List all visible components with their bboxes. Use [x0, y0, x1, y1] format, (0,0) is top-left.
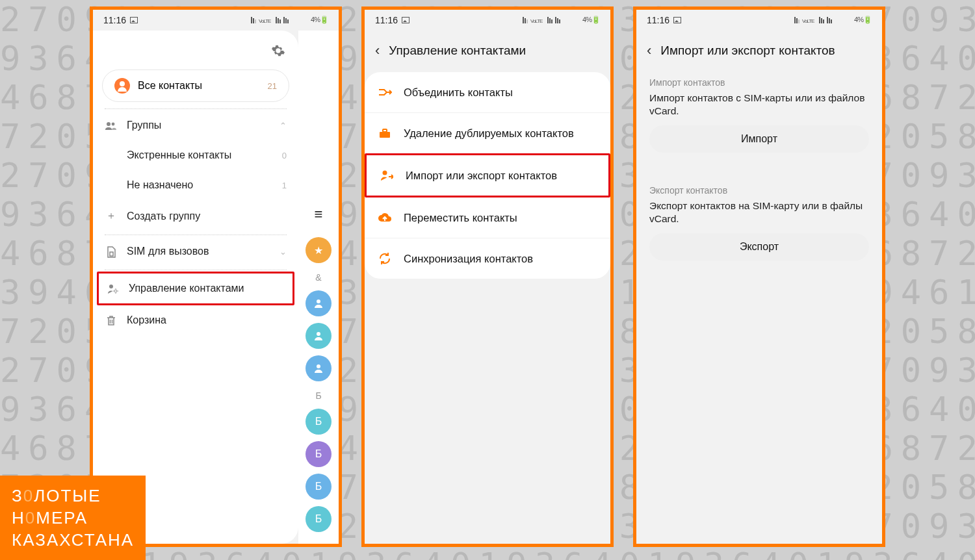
create-group-row[interactable]: ＋ Создать группу — [93, 200, 298, 232]
svg-rect-35 — [819, 17, 820, 23]
status-time: 11:16 — [647, 15, 670, 25]
sync-contacts-row[interactable]: Синхронизация контактов — [365, 238, 610, 279]
status-icons-right: VoLTE 4%🔋 — [523, 16, 600, 25]
watermark-logo: З0ЛОТЫЕ Н0МЕРА КАЗАХСТАНА — [0, 476, 146, 560]
screenshot-icon — [402, 17, 410, 23]
cloud-up-icon — [378, 210, 392, 225]
emergency-contacts-row[interactable]: Экстренные контакты 0 — [93, 140, 298, 170]
manage-contacts-label: Управление контактами — [129, 283, 244, 294]
svg-rect-28 — [380, 132, 390, 138]
all-contacts-label: Все контакты — [138, 80, 202, 92]
sim-label: SIM для вызовов — [127, 246, 209, 257]
svg-rect-37 — [823, 19, 824, 23]
export-button[interactable]: Экспорт — [649, 233, 869, 261]
person-gear-icon — [107, 283, 120, 294]
export-section: Экспорт контактов Экспорт контактов на S… — [636, 180, 882, 276]
status-icons-right: VoLTE 4%🔋 — [251, 16, 328, 25]
svg-point-11 — [317, 332, 320, 336]
all-contacts-chip[interactable]: Все контакты 21 — [102, 70, 289, 102]
person-arrow-icon — [380, 168, 394, 183]
chevron-down-icon: ⌄ — [280, 247, 287, 257]
unassigned-row[interactable]: Не назначено 1 — [93, 170, 298, 200]
status-bar: 11:16 VoLTE 4%🔋 — [636, 10, 882, 31]
back-icon[interactable]: ‹ — [647, 42, 651, 59]
svg-rect-15 — [110, 252, 113, 256]
svg-rect-7 — [283, 17, 285, 23]
export-section-desc: Экспорт контактов на SIM-карту или в фай… — [649, 199, 869, 225]
page-header: ‹ Управление контактами — [365, 31, 610, 72]
phones-row: 11:16 VoLTE 4%🔋 ≡ ★ & Б Б Б Б Б — [0, 0, 975, 547]
groups-row[interactable]: Группы ⌃ — [93, 110, 298, 140]
svg-point-17 — [114, 290, 117, 292]
hamburger-icon[interactable]: ≡ — [315, 206, 323, 223]
contact-avatar[interactable]: Б — [306, 474, 332, 500]
svg-rect-32 — [796, 18, 798, 23]
svg-rect-18 — [523, 17, 524, 23]
import-section-title: Импорт контактов — [649, 77, 869, 88]
manage-contacts-row[interactable]: Управление контактами — [99, 274, 292, 303]
import-export-row[interactable]: Импорт или экспорт контактов — [367, 155, 608, 196]
contact-avatar[interactable]: Б — [306, 506, 332, 532]
gear-icon[interactable] — [271, 44, 285, 58]
status-bar: 11:16 VoLTE 4%🔋 — [365, 10, 610, 31]
import-button[interactable]: Импорт — [649, 125, 869, 153]
chevron-up-icon: ⌃ — [280, 121, 287, 131]
svg-rect-4 — [276, 17, 277, 23]
merge-contacts-row[interactable]: Объединить контакты — [365, 72, 610, 112]
svg-rect-24 — [551, 19, 552, 23]
svg-point-14 — [112, 122, 115, 125]
contacts-drawer: Все контакты 21 Группы ⌃ Экстренные конт… — [93, 31, 298, 544]
svg-rect-2 — [255, 19, 256, 23]
import-export-label: Импорт или экспорт контактов — [406, 170, 557, 182]
sim-icon — [105, 246, 118, 258]
svg-rect-23 — [549, 18, 551, 23]
svg-rect-33 — [798, 19, 800, 23]
page-header: ‹ Импорт или экспорт контактов — [636, 31, 882, 72]
groups-label: Группы — [127, 120, 161, 131]
contact-avatar[interactable] — [306, 355, 332, 381]
svg-rect-22 — [547, 17, 549, 23]
index-letter-b: Б — [315, 390, 321, 401]
screenshot-icon — [130, 17, 138, 23]
contact-avatar[interactable] — [306, 323, 332, 349]
svg-rect-27 — [559, 19, 560, 23]
emergency-count: 0 — [282, 151, 287, 160]
svg-rect-20 — [526, 19, 528, 23]
sync-icon — [378, 251, 392, 266]
svg-rect-0 — [251, 17, 252, 23]
move-contacts-row[interactable]: Переместить контакты — [365, 197, 610, 238]
svg-text:VoLTE: VoLTE — [802, 18, 814, 24]
person-icon — [114, 78, 130, 94]
back-icon[interactable]: ‹ — [375, 42, 380, 59]
favorites-bubble[interactable]: ★ — [306, 237, 332, 263]
manage-contacts-highlight: Управление контактами — [97, 272, 294, 305]
svg-rect-6 — [280, 19, 281, 23]
import-export-highlight: Импорт или экспорт контактов — [365, 153, 610, 197]
contact-avatar[interactable]: Б — [306, 441, 332, 467]
merge-icon — [378, 85, 392, 99]
toolbox-icon — [378, 126, 392, 140]
svg-rect-8 — [285, 18, 287, 23]
svg-rect-1 — [253, 18, 254, 23]
export-section-title: Экспорт контактов — [649, 185, 869, 196]
sim-row[interactable]: SIM для вызовов ⌄ — [93, 236, 298, 267]
svg-text:VoLTE: VoLTE — [530, 18, 543, 24]
dedupe-contacts-row[interactable]: Удаление дублируемых контактов — [365, 112, 610, 153]
import-section-desc: Импорт контактов с SIM-карты или из файл… — [649, 92, 869, 118]
svg-rect-19 — [525, 18, 526, 23]
page-title: Импорт или экспорт контактов — [660, 44, 835, 58]
contact-avatar[interactable]: Б — [306, 409, 332, 435]
svg-rect-29 — [383, 129, 387, 132]
phone-3: 11:16 VoLTE 4%🔋 ‹ Импорт или экспорт кон… — [633, 6, 885, 547]
svg-point-12 — [317, 364, 320, 368]
trash-row[interactable]: Корзина — [93, 305, 298, 335]
trash-icon — [105, 314, 118, 326]
svg-rect-38 — [827, 17, 828, 23]
contact-avatar[interactable] — [306, 290, 332, 316]
index-letter-amp: & — [315, 272, 321, 283]
unassigned-label: Не назначено — [127, 179, 193, 191]
trash-label: Корзина — [127, 314, 166, 326]
page-title: Управление контактами — [389, 44, 526, 58]
import-section: Импорт контактов Импорт контактов с SIM-… — [636, 72, 882, 168]
status-time: 11:16 — [103, 15, 126, 25]
